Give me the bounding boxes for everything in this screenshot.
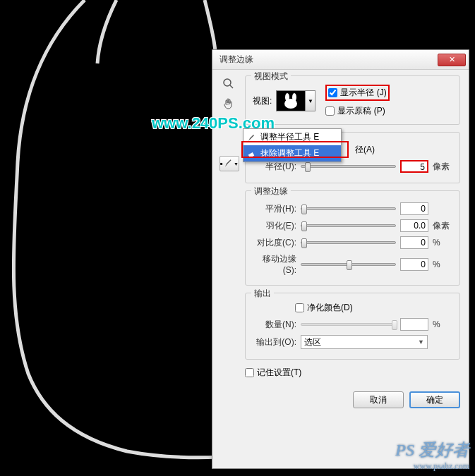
svg-point-5 — [292, 93, 296, 102]
edge-detection-group: 边缘检测 调整半径工具 E 抹除调整工具 E 智能半径(A) 径(A) 半径(U… — [245, 132, 460, 183]
watermark-cn: PS 爱好者 www.psahz.com — [395, 439, 469, 472]
smooth-input[interactable]: 0 — [400, 202, 428, 215]
show-radius-label: 显示半径 (J) — [340, 87, 386, 99]
chevron-down-icon: ▼ — [418, 338, 424, 346]
menu-item2-label: 抹除调整工具 E — [260, 147, 319, 159]
radius-unit: 像素 — [433, 161, 452, 173]
svg-point-0 — [224, 79, 231, 86]
amount-label: 数量(N): — [253, 319, 296, 331]
smooth-slider[interactable] — [301, 207, 396, 210]
remember-settings-checkbox[interactable] — [245, 368, 254, 377]
output-to-label: 输出到(O): — [253, 336, 296, 348]
feather-label: 羽化(E): — [253, 220, 296, 232]
amount-unit: % — [433, 319, 452, 329]
brush-tool-button[interactable]: ■ ▼ — [220, 156, 239, 171]
view-dropdown-arrow[interactable]: ▼ — [306, 90, 315, 111]
svg-rect-6 — [248, 152, 253, 157]
shift-edge-unit: % — [433, 260, 452, 269]
smooth-label: 平滑(H): — [253, 203, 296, 215]
view-thumbnail[interactable] — [276, 90, 306, 111]
watermark-cn-sub: www.psahz.com — [395, 461, 469, 472]
close-button[interactable]: ✕ — [438, 54, 466, 66]
titlebar[interactable]: 调整边缘 ✕ — [212, 50, 469, 70]
feather-input[interactable]: 0.0 — [400, 219, 428, 232]
output-legend: 输出 — [251, 288, 274, 300]
adjust-edge-group: 调整边缘 平滑(H): 0 羽化(E): 0.0 像素 对比度(C): 0 % … — [245, 190, 460, 286]
zoom-tool-icon[interactable] — [220, 75, 238, 92]
remember-settings-label: 记住设置(T) — [257, 367, 301, 379]
radius-slider[interactable] — [301, 165, 396, 168]
amount-input — [400, 318, 428, 331]
output-group: 输出 净化颜色(D) 数量(N): % 输出到(O): 选区 ▼ — [245, 293, 460, 360]
shift-edge-slider[interactable] — [301, 263, 396, 266]
shift-edge-label: 移动边缘(S): — [253, 253, 296, 275]
show-original-checkbox[interactable] — [325, 106, 335, 116]
feather-slider[interactable] — [301, 224, 396, 227]
decontaminate-checkbox[interactable] — [295, 303, 304, 312]
menu-item1-label: 调整半径工具 E — [260, 131, 319, 143]
smart-radius-label2: 径(A) — [355, 144, 375, 156]
menu-erase-refinements-tool[interactable]: 抹除调整工具 E — [243, 145, 341, 161]
radius-input[interactable]: 5 — [400, 160, 428, 173]
show-original-label: 显示原稿 (P) — [337, 105, 385, 117]
radius-label: 半径(U): — [253, 161, 296, 173]
contrast-input[interactable]: 0 — [400, 236, 428, 249]
svg-point-4 — [285, 93, 289, 102]
feather-unit: 像素 — [433, 220, 452, 232]
contrast-slider[interactable] — [301, 241, 396, 244]
view-label: 视图: — [253, 95, 272, 107]
dialog-title: 调整边缘 — [220, 54, 438, 66]
show-radius-row: 显示半径 (J) — [325, 85, 389, 101]
decontaminate-label: 净化颜色(D) — [307, 302, 353, 314]
watermark-cn-main: PS 爱好者 — [395, 441, 469, 459]
show-original-row: 显示原稿 (P) — [325, 105, 389, 117]
hand-tool-icon[interactable] — [220, 95, 238, 112]
output-to-select[interactable]: 选区 ▼ — [301, 335, 428, 349]
contrast-unit: % — [433, 238, 452, 248]
amount-slider — [301, 323, 396, 326]
cancel-button[interactable]: 取消 — [353, 391, 404, 408]
ok-button[interactable]: 确定 — [409, 391, 460, 408]
shift-edge-input[interactable]: 0 — [400, 258, 428, 271]
output-to-value: 选区 — [304, 336, 321, 348]
show-radius-checkbox[interactable] — [328, 88, 337, 97]
menu-refine-radius-tool[interactable]: 调整半径工具 E — [243, 129, 341, 145]
view-mode-legend: 视图模式 — [251, 71, 291, 83]
view-mode-group: 视图模式 视图: ▼ 显示半径 (J) 显示原稿 (P) — [245, 75, 460, 125]
brush-tool-menu: 调整半径工具 E 抹除调整工具 E — [243, 128, 342, 162]
svg-line-1 — [230, 85, 233, 88]
adjust-edge-legend: 调整边缘 — [251, 185, 291, 197]
refine-edge-dialog: 调整边缘 ✕ ■ ▼ 视图模式 视图: ▼ — [212, 49, 469, 469]
contrast-label: 对比度(C): — [253, 237, 296, 249]
